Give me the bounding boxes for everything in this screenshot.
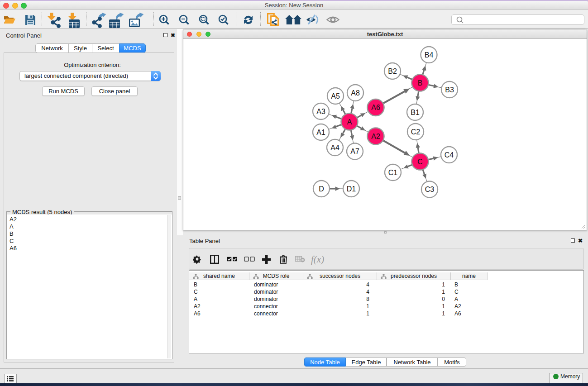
svg-text:A5: A5 — [331, 92, 340, 100]
svg-text:B1: B1 — [411, 109, 420, 116]
svg-text:B2: B2 — [388, 67, 397, 75]
svg-text:C: C — [417, 158, 423, 166]
svg-text:A3: A3 — [316, 108, 325, 115]
svg-text:C1: C1 — [388, 169, 398, 176]
svg-text:B3: B3 — [445, 86, 454, 94]
svg-text:C3: C3 — [425, 186, 435, 193]
svg-text:A4: A4 — [330, 144, 339, 152]
svg-text:B4: B4 — [425, 51, 434, 59]
svg-text:D1: D1 — [347, 185, 356, 193]
svg-text:A2: A2 — [371, 133, 380, 140]
svg-text:C4: C4 — [445, 151, 454, 159]
svg-text:A8: A8 — [351, 89, 360, 97]
svg-text:B: B — [418, 79, 423, 87]
svg-text:A: A — [347, 118, 352, 126]
svg-text:D: D — [319, 185, 324, 193]
svg-text:A1: A1 — [316, 129, 325, 136]
svg-text:A7: A7 — [350, 148, 359, 155]
svg-text:A6: A6 — [371, 104, 380, 111]
svg-text:C2: C2 — [411, 128, 421, 136]
